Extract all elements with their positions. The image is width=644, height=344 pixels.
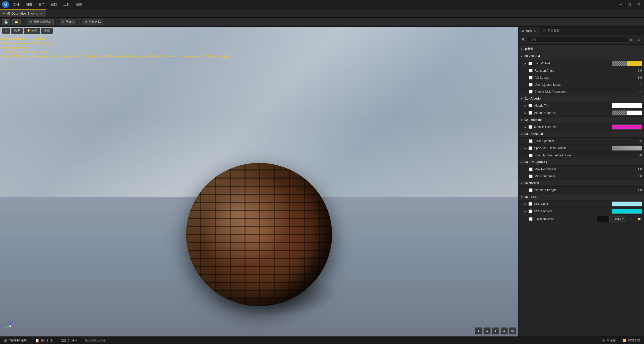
viewport-sphere3-btn[interactable]: ●: [492, 327, 499, 334]
editor-tab-close[interactable]: ✕: [534, 29, 536, 33]
source-control-button[interactable]: 🔀 源码管理: [621, 338, 642, 343]
sss-controls-arrow[interactable]: ▶: [525, 210, 527, 213]
transmission-swatch[interactable]: [597, 216, 610, 222]
transmission-dropdown[interactable]: Black ▾: [612, 217, 626, 222]
save-button[interactable]: 💾: [2, 19, 10, 25]
section-sss-header[interactable]: ▼ 06 - SSS: [518, 194, 644, 200]
open-button[interactable]: 📂: [12, 19, 21, 25]
section-normal-header[interactable]: ▼ 05 Normal: [518, 180, 644, 187]
albedo-tint-checkbox[interactable]: [529, 104, 532, 107]
min-roughness-checkbox[interactable]: [529, 175, 533, 178]
transmission-row: Transmission Black ▾ ↩ 📁: [518, 215, 644, 223]
albedo-tint-swatch[interactable]: [612, 103, 642, 108]
debug-line-1: Base pass shader: 271 instructions: [2, 37, 229, 41]
base-specular-checkbox[interactable]: [529, 139, 533, 143]
section-metallic-label: 02 - Metallic: [525, 118, 542, 122]
tab-close-icon[interactable]: ✕: [40, 12, 43, 16]
params-panel[interactable]: ▼ 参数组 ▼ 00 - Global ▶ Tiling/Offset Rota…: [518, 45, 644, 336]
max-roughness-checkbox[interactable]: [529, 167, 533, 171]
menu-help[interactable]: 帮助: [75, 2, 84, 7]
metallic-arrow: ▼: [520, 119, 523, 121]
tiling-swatch[interactable]: [612, 61, 642, 66]
albedo-controls-arrow[interactable]: ▶: [525, 112, 527, 114]
menu-window[interactable]: 窗口: [50, 2, 58, 7]
console-input[interactable]: [83, 338, 596, 343]
transmission-back-icon[interactable]: ↩: [628, 216, 634, 222]
specular-desat-swatch[interactable]: [612, 146, 642, 151]
sss-controls-swatch[interactable]: [612, 209, 642, 214]
transmission-checkbox[interactable]: [529, 217, 533, 221]
columns-icon[interactable]: ⊞: [628, 37, 634, 43]
search-input[interactable]: [528, 37, 627, 43]
section-global-header[interactable]: ▼ 00 - Global: [518, 53, 644, 60]
svg-point-6: [10, 325, 11, 327]
main-area: ☰ 透视 💡 光照 显示 Base pass shader: 271 instr…: [0, 27, 644, 336]
tiling-yellow: [627, 61, 642, 66]
tiling-expand-arrow[interactable]: ▶: [525, 62, 527, 65]
viewport-grid-btn[interactable]: ⊞: [509, 327, 516, 334]
toolbar-divider-3: [79, 19, 79, 25]
specular-desat-checkbox[interactable]: [529, 146, 532, 150]
ao-checkbox[interactable]: [529, 76, 533, 79]
menu-tools[interactable]: 工具: [62, 2, 71, 7]
viewport-sphere4-btn[interactable]: ●: [501, 327, 508, 334]
lighting-icon: 💡: [27, 29, 30, 33]
metallic-controls-checkbox[interactable]: [529, 125, 532, 129]
content-drawer-button[interactable]: ☰ 内容侧滑菜单: [2, 338, 29, 343]
menu-asset[interactable]: 资产: [37, 2, 46, 7]
albedo-controls-swatch[interactable]: [612, 110, 642, 115]
unsaved-status[interactable]: ① 未保存: [600, 338, 618, 343]
output-log-button[interactable]: 📋 输出日志: [33, 338, 55, 343]
transmission-folder-icon[interactable]: 📁: [636, 216, 642, 222]
settings-icon[interactable]: ⚙: [636, 37, 642, 43]
ue-logo: U: [2, 1, 9, 8]
sss-controls-checkbox[interactable]: [529, 209, 532, 213]
section-specular-header[interactable]: ▼ 03 - Specular: [518, 131, 644, 138]
menu-edit[interactable]: 编辑: [25, 2, 33, 7]
rotation-checkbox[interactable]: [529, 69, 533, 72]
perspective-button[interactable]: 透视: [11, 28, 23, 34]
show-button[interactable]: 显示: [41, 28, 53, 34]
specular-albedo-checkbox[interactable]: [529, 154, 533, 157]
param-ao: AO Strength 1.0: [518, 74, 644, 81]
menu-file[interactable]: 文件: [12, 2, 21, 7]
sss-arrow: ▼: [520, 196, 523, 198]
metallic-controls-swatch[interactable]: [612, 124, 642, 130]
layer-button[interactable]: ⧉ 层级 ▾: [60, 19, 76, 25]
adjusted-checkbox[interactable]: [529, 83, 533, 87]
metallic-controls-arrow[interactable]: ▶: [525, 126, 527, 128]
tab-editor[interactable]: ✏ 编节 ✕: [518, 27, 540, 35]
close-button[interactable]: ✕: [635, 2, 642, 7]
viewport-menu-button[interactable]: ☰: [2, 28, 10, 34]
sss-color-checkbox[interactable]: [529, 202, 532, 206]
sss-enable-checkbox[interactable]: [529, 90, 533, 94]
albedo-tint-arrow[interactable]: ▶: [525, 104, 527, 107]
albedo-controls-checkbox[interactable]: [529, 111, 532, 115]
specular-desat-arrow[interactable]: ▶: [525, 147, 527, 150]
section-roughness-header[interactable]: ▼ 04 - Roughness: [518, 159, 644, 166]
panel-tabs: ✏ 编节 ✕ ☰ 图层参数: [518, 27, 644, 35]
tiling-checkbox[interactable]: [529, 62, 532, 65]
layer-icon: ⧉: [62, 20, 64, 24]
sss-color-swatch[interactable]: [612, 201, 642, 206]
viewport-sphere2-btn[interactable]: ●: [484, 327, 491, 334]
section-metallic-header[interactable]: ▼ 02 - Metallic: [518, 117, 644, 123]
tab-layer-params[interactable]: ☰ 图层参数: [540, 27, 563, 35]
layer-params-label: 图层参数: [547, 29, 559, 33]
viewport[interactable]: ☰ 透视 💡 光照 显示 Base pass shader: 271 instr…: [0, 27, 518, 336]
normal-strength-checkbox[interactable]: [529, 188, 533, 192]
params-group-header[interactable]: ▼ 参数组: [518, 46, 644, 53]
section-albedo-header[interactable]: ▼ 01 - Albedo: [518, 95, 644, 102]
show-unactivated-button[interactable]: 👁 显示未激活项: [27, 19, 54, 25]
platform-data-button[interactable]: 🖥 平台数据: [83, 19, 103, 25]
sss-color-arrow[interactable]: ▶: [525, 203, 527, 205]
minimize-button[interactable]: ─: [617, 2, 624, 7]
roughness-arrow: ▼: [520, 161, 523, 164]
lighting-button[interactable]: 💡 光照: [24, 28, 40, 34]
tiling-label: Tiling/Offset: [534, 62, 612, 65]
cmd-button[interactable]: ⌨ Cmd ▾: [59, 338, 79, 343]
viewport-sphere-btn[interactable]: ●: [475, 327, 482, 334]
search-icon: 🔍: [520, 37, 527, 43]
tab-material-instance[interactable]: ● MI_Decorative_Brick_... ✕: [0, 9, 46, 17]
maximize-button[interactable]: □: [626, 2, 633, 7]
